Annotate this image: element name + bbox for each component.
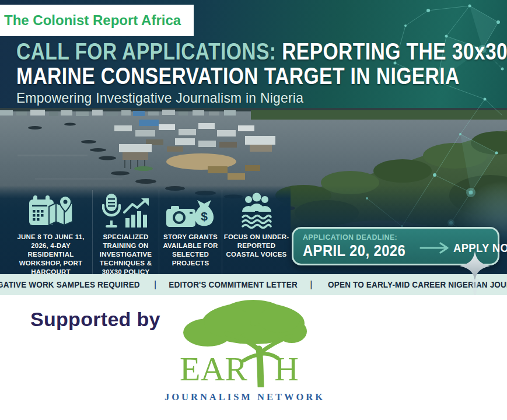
svg-text:$: $: [201, 209, 208, 223]
brand-logo-text: The Colonist Report Africa: [4, 12, 181, 29]
feature-dates: JUNE 8 TO JUNE 11, 2026, 4-DAY RESIDENTI…: [9, 190, 92, 276]
apply-now-button[interactable]: APPLY NOW:: [453, 241, 507, 255]
people-waves-icon: [240, 192, 273, 229]
poster: The Colonist Report Africa CALL FOR APPL…: [0, 0, 507, 295]
supported-by-label: Supported by: [30, 308, 160, 331]
feature-label: STORY GRANTS AVAILABLE FOR SELECTED PROJ…: [159, 233, 222, 268]
feature-grants: $ STORY GRANTS AVAILABLE FOR SELECTED PR…: [159, 190, 222, 276]
camera-icon: [166, 205, 195, 229]
brand-logo: The Colonist Report Africa: [0, 5, 194, 36]
feature-label: SPECIALIZED TRAINING ON INVESTIGATIVE TE…: [93, 233, 159, 276]
page-title: CALL FOR APPLICATIONS: REPORTING THE 30x…: [16, 40, 507, 88]
title-accent: CALL FOR APPLICATIONS:: [16, 38, 276, 64]
growth-chart-icon: [123, 198, 150, 229]
separator: |: [310, 279, 312, 290]
earth-wordmark: EAR H: [165, 352, 314, 386]
title-rest: REPORTING THE 30x30: [276, 38, 507, 64]
flyer-canvas: The Colonist Report Africa CALL FOR APPL…: [0, 0, 507, 420]
feature-label: FOCUS ON UNDER-REPORTED COASTAL VOICES: [222, 233, 291, 259]
deadline-label: APPLICATION DEADLINE:: [303, 233, 410, 242]
money-bag-icon: $: [193, 200, 215, 229]
journalism-network-label: JOURNALISM NETWORK: [165, 391, 314, 403]
map-pin-icon: [48, 195, 74, 229]
separator: |: [154, 279, 156, 290]
subtitle: Empowering Investigative Journalism in N…: [16, 90, 303, 106]
arrow-right-icon: [419, 242, 452, 254]
title-line2: MARINE CONSERVATION TARGET IN NIGERIA: [16, 64, 507, 89]
microphone-icon: [102, 194, 121, 229]
feature-label: JUNE 8 TO JUNE 11, 2026, 4-DAY RESIDENTI…: [16, 233, 85, 276]
requirement-item: OPEN TO EARLY-MID CAREER NIGERIAN JOURNA…: [328, 280, 507, 289]
feature-focus: FOCUS ON UNDER-REPORTED COASTAL VOICES: [222, 190, 291, 276]
title-line1: CALL FOR APPLICATIONS: REPORTING THE 30x…: [16, 40, 507, 64]
earth-word-left: EAR: [180, 352, 247, 386]
feature-training: SPECIALIZED TRAINING ON INVESTIGATIVE TE…: [92, 190, 159, 276]
requirement-item: EDITOR'S COMMITMENT LETTER: [169, 280, 298, 289]
feature-list: JUNE 8 TO JUNE 11, 2026, 4-DAY RESIDENTI…: [9, 190, 291, 274]
requirement-item: 3 INVESTIGATIVE WORK SAMPLES REQUIRED: [0, 280, 139, 289]
earth-word-right: H: [274, 352, 299, 386]
deadline-date: APRIL 20, 2026: [303, 242, 405, 260]
deadline-text: APPLICATION DEADLINE: APRIL 20, 2026: [303, 233, 419, 260]
requirements-bar: 3 INVESTIGATIVE WORK SAMPLES REQUIRED | …: [0, 274, 507, 295]
footer: Supported by: [0, 295, 507, 420]
deadline-box: APPLICATION DEADLINE: APRIL 20, 2026 APP…: [292, 227, 499, 265]
earth-journalism-network-logo: EAR H JOURNALISM NETWORK: [165, 299, 314, 403]
